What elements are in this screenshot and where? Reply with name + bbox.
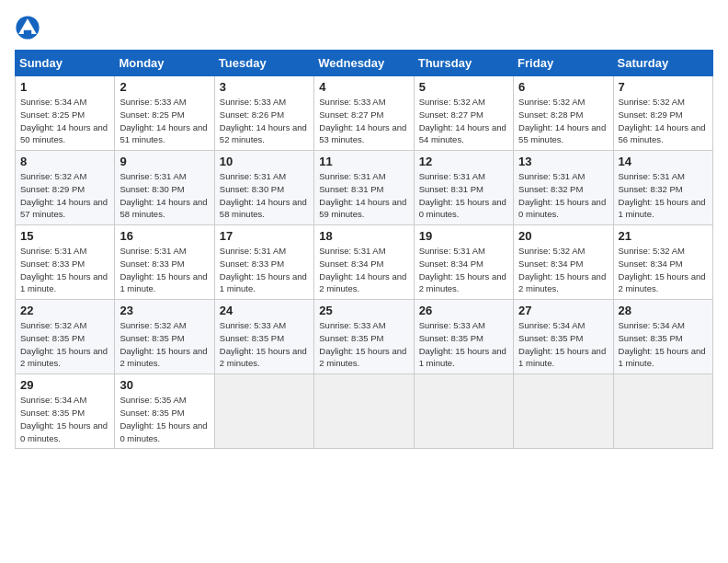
day-detail: Sunrise: 5:32 AM Sunset: 8:27 PM Dayligh… [419, 96, 508, 146]
day-detail: Sunrise: 5:31 AM Sunset: 8:33 PM Dayligh… [220, 245, 309, 295]
header-cell-sunday: Sunday [16, 51, 115, 76]
calendar-cell: 29 Sunrise: 5:34 AM Sunset: 8:35 PM Dayl… [16, 374, 115, 449]
day-detail: Sunrise: 5:33 AM Sunset: 8:25 PM Dayligh… [119, 96, 209, 146]
day-detail: Sunrise: 5:33 AM Sunset: 8:35 PM Dayligh… [319, 319, 408, 370]
day-detail: Sunrise: 5:34 AM Sunset: 8:35 PM Dayligh… [20, 394, 109, 444]
day-number: 30 [119, 378, 209, 392]
calendar-cell: 4 Sunrise: 5:33 AM Sunset: 8:27 PM Dayli… [314, 76, 414, 151]
calendar-cell: 12 Sunrise: 5:31 AM Sunset: 8:31 PM Dayl… [414, 151, 513, 225]
day-number: 20 [518, 229, 608, 243]
day-detail: Sunrise: 5:34 AM Sunset: 8:35 PM Dayligh… [518, 319, 608, 370]
day-detail: Sunrise: 5:34 AM Sunset: 8:25 PM Dayligh… [20, 96, 109, 146]
day-detail: Sunrise: 5:31 AM Sunset: 8:32 PM Dayligh… [619, 170, 708, 221]
header-cell-monday: Monday [115, 51, 214, 76]
header-cell-tuesday: Tuesday [214, 51, 313, 76]
calendar-cell [514, 374, 613, 449]
calendar-cell: 15 Sunrise: 5:31 AM Sunset: 8:33 PM Dayl… [16, 225, 115, 300]
day-number: 18 [319, 229, 408, 243]
calendar-cell: 6 Sunrise: 5:32 AM Sunset: 8:28 PM Dayli… [514, 76, 613, 151]
calendar-cell: 16 Sunrise: 5:31 AM Sunset: 8:33 PM Dayl… [115, 225, 214, 300]
svg-rect-2 [24, 30, 31, 34]
day-number: 5 [419, 80, 508, 94]
day-number: 22 [20, 304, 109, 317]
day-number: 9 [119, 155, 209, 168]
calendar-cell: 5 Sunrise: 5:32 AM Sunset: 8:27 PM Dayli… [414, 76, 513, 151]
calendar-cell [613, 374, 712, 449]
day-detail: Sunrise: 5:32 AM Sunset: 8:29 PM Dayligh… [619, 96, 708, 146]
calendar-table: SundayMondayTuesdayWednesdayThursdayFrid… [15, 50, 713, 449]
day-number: 24 [220, 304, 309, 317]
day-number: 28 [619, 304, 708, 317]
day-number: 10 [220, 155, 309, 168]
day-detail: Sunrise: 5:33 AM Sunset: 8:35 PM Dayligh… [220, 319, 309, 370]
calendar-cell: 30 Sunrise: 5:35 AM Sunset: 8:35 PM Dayl… [115, 374, 214, 449]
day-number: 19 [419, 229, 508, 243]
day-number: 2 [119, 80, 209, 94]
calendar-week-1: 1 Sunrise: 5:34 AM Sunset: 8:25 PM Dayli… [16, 76, 713, 151]
day-detail: Sunrise: 5:31 AM Sunset: 8:32 PM Dayligh… [518, 170, 608, 221]
calendar-week-3: 15 Sunrise: 5:31 AM Sunset: 8:33 PM Dayl… [16, 225, 713, 300]
day-detail: Sunrise: 5:31 AM Sunset: 8:31 PM Dayligh… [419, 170, 508, 221]
calendar-cell [214, 374, 313, 449]
day-number: 17 [220, 229, 309, 243]
calendar-cell: 11 Sunrise: 5:31 AM Sunset: 8:31 PM Dayl… [314, 151, 414, 225]
calendar-cell: 22 Sunrise: 5:32 AM Sunset: 8:35 PM Dayl… [16, 300, 115, 374]
day-number: 15 [20, 229, 109, 243]
logo-icon [15, 15, 40, 40]
day-number: 27 [518, 304, 608, 317]
header-cell-wednesday: Wednesday [314, 51, 414, 76]
day-detail: Sunrise: 5:32 AM Sunset: 8:35 PM Dayligh… [119, 319, 209, 370]
day-number: 21 [619, 229, 708, 243]
calendar-cell: 27 Sunrise: 5:34 AM Sunset: 8:35 PM Dayl… [514, 300, 613, 374]
page-header [15, 15, 713, 40]
day-number: 8 [20, 155, 109, 168]
day-detail: Sunrise: 5:31 AM Sunset: 8:31 PM Dayligh… [319, 170, 408, 221]
day-number: 7 [619, 80, 708, 94]
calendar-cell: 9 Sunrise: 5:31 AM Sunset: 8:30 PM Dayli… [115, 151, 214, 225]
calendar-cell: 13 Sunrise: 5:31 AM Sunset: 8:32 PM Dayl… [514, 151, 613, 225]
calendar-week-2: 8 Sunrise: 5:32 AM Sunset: 8:29 PM Dayli… [16, 151, 713, 225]
calendar-cell: 3 Sunrise: 5:33 AM Sunset: 8:26 PM Dayli… [214, 76, 313, 151]
calendar-cell: 19 Sunrise: 5:31 AM Sunset: 8:34 PM Dayl… [414, 225, 513, 300]
calendar-header-row: SundayMondayTuesdayWednesdayThursdayFrid… [16, 51, 713, 76]
logo [15, 15, 44, 40]
day-detail: Sunrise: 5:31 AM Sunset: 8:34 PM Dayligh… [419, 245, 508, 295]
day-number: 16 [119, 229, 209, 243]
day-detail: Sunrise: 5:32 AM Sunset: 8:29 PM Dayligh… [20, 170, 109, 221]
calendar-cell: 24 Sunrise: 5:33 AM Sunset: 8:35 PM Dayl… [214, 300, 313, 374]
day-number: 23 [119, 304, 209, 317]
day-number: 1 [20, 80, 109, 94]
calendar-cell [414, 374, 513, 449]
day-number: 26 [419, 304, 508, 317]
calendar-cell: 28 Sunrise: 5:34 AM Sunset: 8:35 PM Dayl… [613, 300, 712, 374]
day-detail: Sunrise: 5:33 AM Sunset: 8:35 PM Dayligh… [419, 319, 508, 370]
day-detail: Sunrise: 5:33 AM Sunset: 8:26 PM Dayligh… [220, 96, 309, 146]
day-detail: Sunrise: 5:31 AM Sunset: 8:33 PM Dayligh… [119, 245, 209, 295]
calendar-cell: 20 Sunrise: 5:32 AM Sunset: 8:34 PM Dayl… [514, 225, 613, 300]
calendar-cell: 25 Sunrise: 5:33 AM Sunset: 8:35 PM Dayl… [314, 300, 414, 374]
day-detail: Sunrise: 5:32 AM Sunset: 8:35 PM Dayligh… [20, 319, 109, 370]
calendar-cell: 21 Sunrise: 5:32 AM Sunset: 8:34 PM Dayl… [613, 225, 712, 300]
day-detail: Sunrise: 5:31 AM Sunset: 8:34 PM Dayligh… [319, 245, 408, 295]
calendar-week-5: 29 Sunrise: 5:34 AM Sunset: 8:35 PM Dayl… [16, 374, 713, 449]
calendar-cell: 8 Sunrise: 5:32 AM Sunset: 8:29 PM Dayli… [16, 151, 115, 225]
header-cell-thursday: Thursday [414, 51, 513, 76]
calendar-cell: 10 Sunrise: 5:31 AM Sunset: 8:30 PM Dayl… [214, 151, 313, 225]
day-detail: Sunrise: 5:31 AM Sunset: 8:33 PM Dayligh… [20, 245, 109, 295]
day-number: 13 [518, 155, 608, 168]
calendar-cell: 7 Sunrise: 5:32 AM Sunset: 8:29 PM Dayli… [613, 76, 712, 151]
day-detail: Sunrise: 5:33 AM Sunset: 8:27 PM Dayligh… [319, 96, 408, 146]
day-number: 6 [518, 80, 608, 94]
day-detail: Sunrise: 5:34 AM Sunset: 8:35 PM Dayligh… [619, 319, 708, 370]
calendar-cell: 26 Sunrise: 5:33 AM Sunset: 8:35 PM Dayl… [414, 300, 513, 374]
calendar-cell: 1 Sunrise: 5:34 AM Sunset: 8:25 PM Dayli… [16, 76, 115, 151]
calendar-cell: 2 Sunrise: 5:33 AM Sunset: 8:25 PM Dayli… [115, 76, 214, 151]
calendar-cell: 23 Sunrise: 5:32 AM Sunset: 8:35 PM Dayl… [115, 300, 214, 374]
day-number: 3 [220, 80, 309, 94]
header-cell-saturday: Saturday [613, 51, 712, 76]
calendar-week-4: 22 Sunrise: 5:32 AM Sunset: 8:35 PM Dayl… [16, 300, 713, 374]
day-number: 11 [319, 155, 408, 168]
calendar-cell: 17 Sunrise: 5:31 AM Sunset: 8:33 PM Dayl… [214, 225, 313, 300]
calendar-cell: 14 Sunrise: 5:31 AM Sunset: 8:32 PM Dayl… [613, 151, 712, 225]
day-detail: Sunrise: 5:35 AM Sunset: 8:35 PM Dayligh… [119, 394, 209, 444]
